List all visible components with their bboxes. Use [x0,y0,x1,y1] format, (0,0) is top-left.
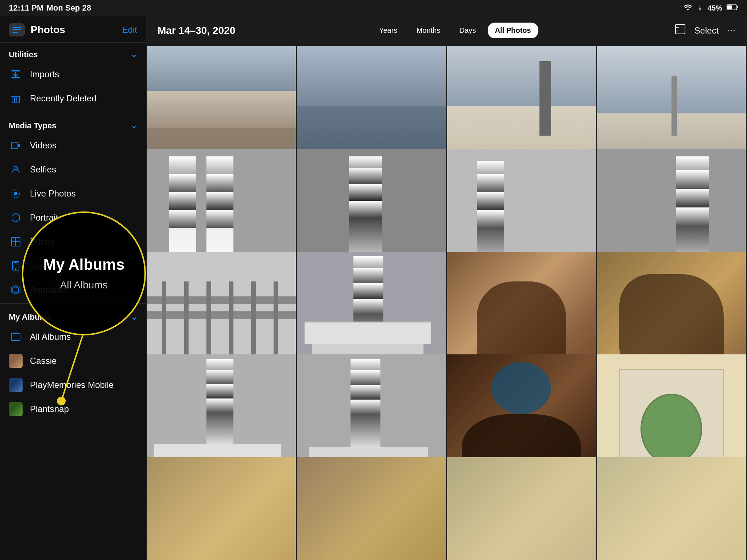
portrait-label: Portrait [30,213,58,223]
svg-rect-10 [11,142,18,149]
nav-all-photos-button[interactable]: All Photos [488,23,538,38]
plantsnap-label: Plantsnap [30,404,69,414]
svg-rect-26 [13,332,19,334]
status-right: 45% [684,4,738,12]
svg-rect-16 [11,237,16,242]
my-albums-chevron-icon[interactable]: ⌄ [131,312,137,322]
sidebar-item-videos[interactable]: Videos [0,133,146,158]
sidebar-item-all-albums[interactable]: All Albums [0,325,146,349]
date-display: Mon Sep 28 [46,3,91,13]
toolbar-actions: Select ··· [675,24,735,37]
sidebar-item-playmemories[interactable]: PlayMemories Mobile [0,373,146,397]
nav-days-button[interactable]: Days [452,23,483,38]
sidebar-edit-button[interactable]: Edit [122,25,137,35]
all-albums-icon [9,330,23,344]
aspect-ratio-icon[interactable] [675,24,686,37]
portrait-icon [9,211,23,225]
trash-icon [9,92,23,105]
animated-label: Animated [30,285,67,295]
sidebar-item-animated[interactable]: Animated [0,278,146,302]
live-photos-icon [9,187,23,201]
battery-icon [727,4,738,12]
date-range-title: Mar 14–30, 2020 [158,25,235,36]
battery-display: 45% [708,4,722,12]
svg-rect-22 [14,262,18,263]
live-photos-label: Live Photos [30,188,76,199]
more-options-button[interactable]: ··· [727,25,735,36]
bursts-icon [9,235,23,249]
svg-rect-17 [16,237,20,242]
sidebar-item-bursts[interactable]: Bursts [0,230,146,254]
plantsnap-thumbnail [9,402,23,416]
sidebar-collapse-button[interactable] [9,23,25,36]
imports-icon [9,67,23,81]
photo-cell[interactable] [147,457,296,560]
selfies-icon [9,163,23,176]
svg-rect-8 [11,77,20,78]
photo-cell[interactable] [447,457,596,560]
svg-point-21 [15,268,16,270]
wifi-icon [684,4,692,12]
cassie-thumbnail [9,354,23,368]
cassie-label: Cassie [30,356,57,366]
sidebar-item-live-photos[interactable]: Live Photos [0,182,146,206]
svg-point-13 [14,192,18,195]
sidebar-header: Photos Edit [0,16,146,43]
svg-rect-25 [11,333,20,341]
sidebar-title-area: Photos [9,23,65,36]
status-bar: 12:11 PM Mon Sep 28 45% [0,0,747,16]
svg-marker-15 [12,213,19,222]
media-types-section-label: Media Types ⌄ [0,114,146,133]
svg-rect-27 [676,24,685,34]
svg-rect-7 [11,70,20,71]
main-toolbar: Mar 14–30, 2020 Years Months Days All Ph… [146,16,747,45]
sidebar-item-selfies[interactable]: Selfies [0,158,146,182]
selfies-label: Selfies [30,164,56,175]
svg-marker-24 [13,287,19,293]
signal-icon [697,4,703,12]
svg-rect-18 [11,242,16,246]
svg-rect-9 [12,96,19,103]
videos-label: Videos [30,140,57,151]
media-types-chevron-icon[interactable]: ⌄ [131,121,137,131]
sidebar-title: Photos [31,24,65,36]
screenshots-icon [9,259,23,273]
photo-cell[interactable] [297,457,446,560]
screenshots-label: Screenshots [30,261,78,271]
sidebar-item-imports[interactable]: Imports [0,62,146,86]
time-display: 12:11 PM [9,3,43,13]
svg-rect-4 [12,27,21,28]
recently-deleted-label: Recently Deleted [30,93,97,104]
playmemories-thumbnail [9,378,23,392]
all-albums-label: All Albums [30,332,71,342]
imports-label: Imports [30,69,59,79]
svg-rect-6 [12,32,18,33]
sidebar-item-cassie[interactable]: Cassie [0,349,146,373]
select-button[interactable]: Select [694,26,719,36]
utilities-section-label: Utilities ⌄ [0,43,146,62]
photo-cell[interactable] [597,457,746,560]
sidebar-item-recently-deleted[interactable]: Recently Deleted [0,86,146,110]
playmemories-label: PlayMemories Mobile [30,380,113,390]
svg-rect-5 [12,29,21,30]
nav-years-button[interactable]: Years [372,23,405,38]
my-albums-section-label: My Albums ⌄ [0,305,146,325]
svg-rect-2 [737,6,738,8]
divider-1 [0,112,146,112]
animated-icon [9,283,23,297]
svg-marker-0 [699,5,701,10]
sidebar: Photos Edit Utilities ⌄ Imports Recently… [0,16,146,560]
svg-rect-19 [16,242,20,246]
utilities-chevron-icon[interactable]: ⌄ [131,50,137,59]
status-left: 12:11 PM Mon Sep 28 [9,3,91,13]
main-content: Mar 14–30, 2020 Years Months Days All Ph… [146,16,747,560]
photo-grid [146,45,747,560]
sidebar-item-plantsnap[interactable]: Plantsnap [0,397,146,421]
view-nav: Years Months Days All Photos [372,23,538,38]
sidebar-item-portrait[interactable]: Portrait [0,206,146,230]
sidebar-item-screenshots[interactable]: Screenshots [0,254,146,278]
divider-2 [0,303,146,304]
nav-months-button[interactable]: Months [409,23,448,38]
svg-rect-3 [727,5,732,9]
videos-icon [9,139,23,152]
